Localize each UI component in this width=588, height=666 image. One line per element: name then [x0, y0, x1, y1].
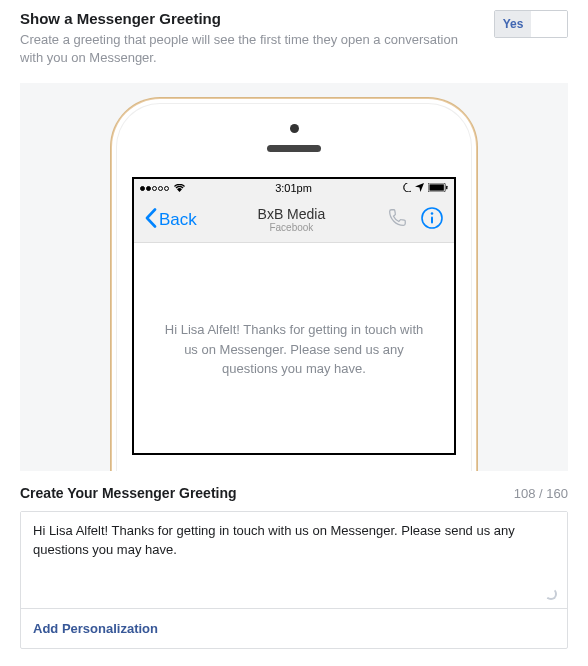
char-count: 108 / 160: [514, 486, 568, 501]
toggle-yes[interactable]: Yes: [495, 11, 531, 37]
editor-box: Add Personalization: [20, 511, 568, 649]
section-subtitle: Create a greeting that people will see t…: [20, 31, 474, 67]
toggle-no[interactable]: [531, 11, 567, 37]
section-title: Show a Messenger Greeting: [20, 10, 474, 27]
greeting-toggle[interactable]: Yes: [494, 10, 568, 38]
phone-mockup: 3:01pm: [112, 99, 476, 471]
editor-title: Create Your Messenger Greeting: [20, 485, 237, 501]
greeting-textarea[interactable]: [21, 512, 567, 604]
phone-preview-area: 3:01pm: [20, 83, 568, 471]
add-personalization-button[interactable]: Add Personalization: [21, 608, 567, 648]
